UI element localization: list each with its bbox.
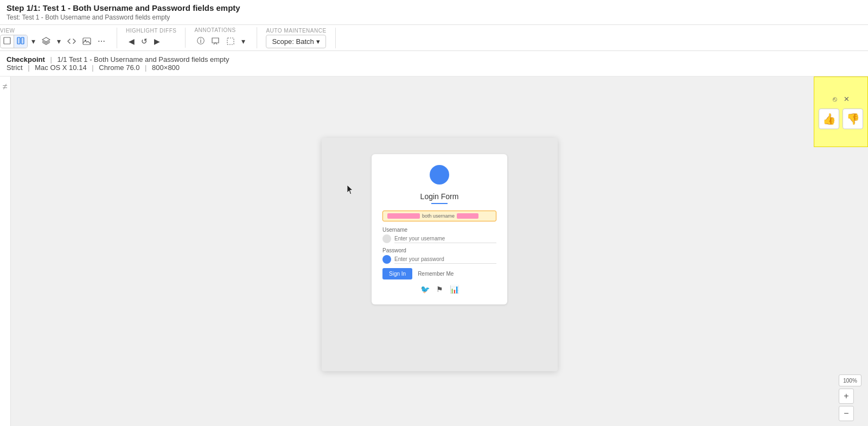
- svg-rect-1: [17, 37, 20, 44]
- browser-frame: Login Form both username Username Passwo…: [322, 138, 558, 371]
- username-label: Username: [382, 227, 496, 233]
- checkpoint-label: Checkpoint: [7, 55, 45, 63]
- scope-label: Scope: Batch: [272, 37, 314, 46]
- scope-dropdown-btn[interactable]: Scope: Batch ▾: [266, 35, 326, 48]
- login-card: Login Form both username Username Passwo…: [372, 154, 507, 304]
- toolbar-annotations-group: ANNOTATIONS ⓘ ▾: [186, 27, 257, 48]
- login-underline: [431, 203, 448, 204]
- diff-indicator: ≠: [0, 77, 11, 426]
- highlight-buttons: ◀ ↺ ▶: [126, 35, 163, 48]
- password-row: [382, 255, 496, 264]
- view-group-inner: VIEW ▾: [0, 28, 108, 48]
- login-avatar: [430, 165, 449, 185]
- stats-icon[interactable]: 📊: [450, 285, 459, 294]
- main-content: ≠ Login Form both username Username: [0, 77, 868, 426]
- view-dropdown-btn[interactable]: ▾: [29, 35, 38, 48]
- auto-maintenance-label: AUTO MAINTENANCE: [266, 28, 326, 34]
- toolbar: VIEW ▾: [0, 25, 868, 51]
- svg-rect-3: [83, 38, 91, 44]
- prev-diff-btn[interactable]: ◀: [126, 35, 137, 48]
- username-row: [382, 234, 496, 243]
- annotation-dropdown-btn[interactable]: ▾: [239, 35, 248, 48]
- view-split-btn[interactable]: [14, 35, 27, 48]
- twitter-icon[interactable]: 🐦: [420, 285, 430, 294]
- sticky-top-row: ⎋ ✕: [833, 95, 850, 103]
- code-btn[interactable]: [65, 35, 79, 48]
- diff-text-middle: both username: [422, 213, 455, 219]
- scope-chevron-icon: ▾: [316, 37, 320, 46]
- zoom-fit-button[interactable]: 100%: [839, 374, 861, 386]
- share-icon: ⎋: [833, 95, 837, 103]
- checkpoint-resolution: 800×800: [152, 63, 180, 72]
- checkpoint-browser: Chrome 76.0: [99, 63, 139, 72]
- password-icon: [382, 255, 391, 264]
- toolbar-view-group: VIEW ▾: [0, 28, 117, 48]
- annotation-comment-btn[interactable]: [208, 35, 222, 48]
- view-single-btn[interactable]: [1, 35, 14, 48]
- image-btn[interactable]: [80, 35, 94, 48]
- view-buttons: ▾ ▾ ⋯: [0, 35, 108, 48]
- auto-maintenance-group-inner: AUTO MAINTENANCE Scope: Batch ▾: [266, 28, 326, 48]
- github-icon[interactable]: ⚑: [436, 285, 443, 294]
- svg-rect-0: [4, 37, 10, 44]
- view-icon-group: [0, 35, 28, 48]
- checkpoint-os: Mac OS X 10.14: [35, 63, 86, 72]
- svg-rect-2: [21, 37, 24, 44]
- sticky-action-row: 👍 👎: [819, 109, 863, 129]
- username-input[interactable]: [394, 234, 496, 243]
- signin-button[interactable]: Sign In: [382, 268, 412, 279]
- highlight-label: HIGHLIGHT DIFFS: [126, 28, 176, 34]
- thumbdown-button[interactable]: 👎: [843, 109, 863, 129]
- toolbar-highlight-group: HIGHLIGHT DIFFS ◀ ↺ ▶: [117, 28, 186, 48]
- checkpoint-info: 1/1 Test 1 - Both Username and Password …: [57, 55, 229, 63]
- canvas-area: Login Form both username Username Passwo…: [11, 77, 868, 426]
- view-group-label: VIEW: [0, 28, 15, 34]
- password-input[interactable]: [394, 255, 496, 264]
- toolbar-auto-maintenance-group: AUTO MAINTENANCE Scope: Batch ▾: [257, 28, 335, 48]
- password-label: Password: [382, 247, 496, 253]
- zoom-controls: 100% + −: [839, 374, 861, 421]
- login-title: Login Form: [382, 192, 496, 201]
- thumbup-button[interactable]: 👍: [819, 109, 839, 129]
- highlight-group-inner: HIGHLIGHT DIFFS ◀ ↺ ▶: [126, 28, 176, 48]
- annotations-buttons: ⓘ ▾: [194, 34, 248, 48]
- username-icon: [382, 234, 391, 243]
- more-btn[interactable]: ⋯: [95, 35, 108, 48]
- header: Step 1/1: Test 1 - Both Username and Pas…: [0, 0, 868, 25]
- annotation-info-btn[interactable]: ⓘ: [194, 34, 207, 48]
- annotation-region-btn[interactable]: [224, 35, 238, 48]
- checkpoint-bar: Checkpoint | 1/1 Test 1 - Both Username …: [0, 51, 868, 77]
- diff-pink-block-2: [457, 213, 478, 219]
- next-diff-btn[interactable]: ▶: [151, 35, 163, 48]
- refresh-btn[interactable]: ↺: [138, 35, 150, 48]
- sticky-panel: ⎋ ✕ 👍 👎: [814, 77, 868, 147]
- annotations-group-inner: ANNOTATIONS ⓘ ▾: [194, 27, 248, 48]
- zoom-out-button[interactable]: −: [839, 406, 854, 421]
- diff-highlight-bar: both username: [382, 211, 496, 221]
- diff-pink-block-1: [387, 213, 420, 219]
- remember-label: Remember Me: [418, 271, 454, 277]
- close-icon[interactable]: ✕: [844, 95, 850, 103]
- layers-dropdown-btn[interactable]: ▾: [54, 35, 63, 48]
- zoom-in-button[interactable]: +: [839, 389, 854, 404]
- layers-btn[interactable]: [39, 35, 53, 48]
- annotations-label: ANNOTATIONS: [194, 27, 235, 33]
- svg-rect-5: [227, 38, 234, 44]
- checkpoint-strict: Strict: [7, 63, 23, 72]
- form-actions: Sign In Remember Me: [382, 268, 496, 279]
- social-icons: 🐦 ⚑ 📊: [382, 285, 496, 294]
- page-subtitle: Test: Test 1 - Both Username and Passwor…: [7, 14, 861, 21]
- diff-mark: ≠: [3, 82, 8, 92]
- page-title: Step 1/1: Test 1 - Both Username and Pas…: [7, 3, 861, 12]
- auto-maintenance-buttons: Scope: Batch ▾: [266, 35, 326, 48]
